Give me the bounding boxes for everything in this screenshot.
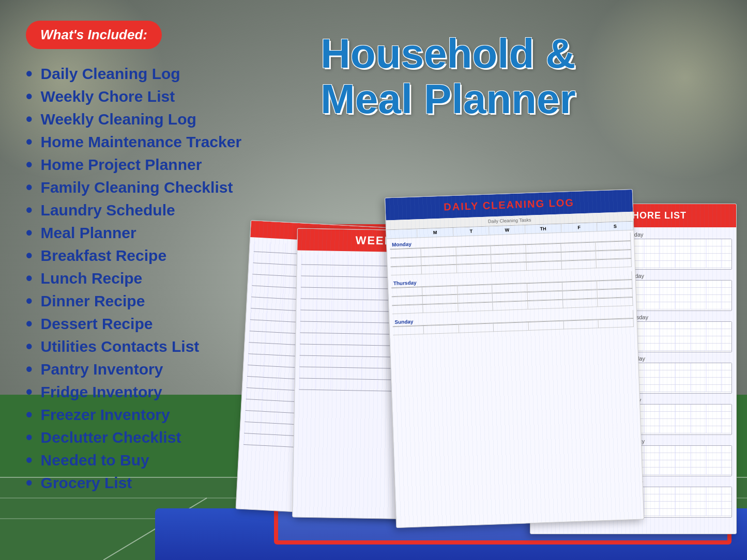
bullet-point: • — [26, 360, 33, 379]
bullet-point: • — [26, 201, 33, 220]
list-item: •Home Maintenance Tracker — [26, 133, 721, 151]
title-line1: Household & — [321, 31, 721, 76]
list-item-label: Home Maintenance Tracker — [41, 133, 242, 151]
bullet-point: • — [26, 65, 33, 83]
list-item-label: Weekly Chore List — [41, 88, 175, 105]
title-line2: Meal Planner — [321, 76, 721, 122]
grid-th: TH — [525, 224, 561, 234]
whats-included-badge: What's Included: — [26, 21, 162, 49]
bullet-point: • — [26, 428, 33, 447]
list-item-label: Family Cleaning Checklist — [41, 179, 233, 196]
list-item-label: Freezer Inventory — [41, 406, 170, 424]
bullet-point: • — [26, 292, 33, 310]
list-item-label: Declutter Checklist — [41, 429, 181, 446]
list-item: •Home Project Planner — [26, 155, 721, 174]
list-item-label: Needed to Buy — [41, 452, 149, 469]
list-item-label: Weekly Cleaning Log — [41, 111, 196, 128]
grid-empty-cell — [386, 229, 418, 239]
bullet-point: • — [26, 337, 33, 356]
bullet-point: • — [26, 474, 33, 492]
sheet-daily-cleaning: DAILY CLEANING LOG Daily Cleaning Tasks … — [385, 189, 644, 528]
badge-label: What's Included: — [40, 27, 147, 42]
list-item-label: Home Project Planner — [41, 156, 202, 174]
bullet-point: • — [26, 178, 33, 197]
grid-w: W — [489, 225, 525, 235]
list-item-label: Grocery List — [41, 474, 132, 492]
list-item-label: Fridge Inventory — [41, 383, 162, 401]
bullet-point: • — [26, 110, 33, 129]
title-area: Household & Meal Planner — [321, 31, 721, 122]
list-item-label: Utilities Contacts List — [41, 338, 200, 355]
list-item-label: Meal Planner — [41, 224, 136, 242]
bullet-point: • — [26, 246, 33, 265]
bullet-point: • — [26, 406, 33, 424]
grid-t: T — [453, 227, 490, 237]
bullet-point: • — [26, 269, 33, 288]
bullet-point: • — [26, 87, 33, 106]
bullet-point: • — [26, 155, 33, 174]
list-item-label: Lunch Recipe — [41, 270, 143, 287]
list-item-label: Pantry Inventory — [41, 361, 163, 378]
grid-m: M — [417, 228, 453, 238]
list-item-label: Dinner Recipe — [41, 292, 145, 310]
bullet-point: • — [26, 383, 33, 401]
grid-s: S — [597, 222, 633, 231]
list-item-label: Breakfast Recipe — [41, 247, 166, 265]
list-item-label: Daily Cleaning Log — [41, 65, 180, 83]
binder-area: HO WEEK DAILY CLEANING LOG Daily — [233, 193, 731, 545]
bullet-point: • — [26, 133, 33, 151]
list-item-label: Laundry Schedule — [41, 201, 175, 219]
bullet-point: • — [26, 224, 33, 242]
grid-f: F — [561, 223, 598, 232]
bullet-point: • — [26, 451, 33, 470]
bullet-point: • — [26, 315, 33, 333]
list-item-label: Dessert Recipe — [41, 315, 153, 333]
